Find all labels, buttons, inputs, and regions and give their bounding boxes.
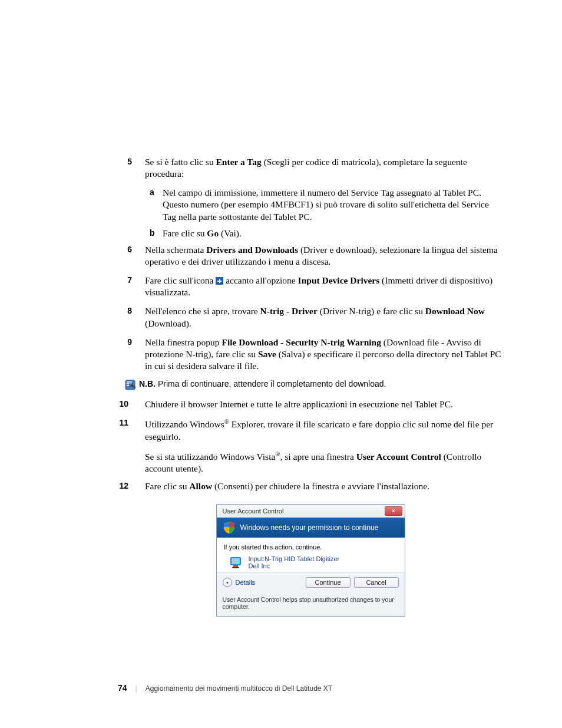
substep-letter: b [150, 228, 155, 238]
plus-icon [216, 277, 223, 285]
step-text: Chiudere il browser Internet e tutte le … [145, 399, 453, 409]
program-publisher: Dell Inc [249, 562, 340, 569]
step-text: Nella finestra popup File Download - Sec… [145, 337, 501, 371]
uac-banner-text: Windows needs your permission to continu… [240, 523, 379, 532]
substep-letter: a [150, 187, 154, 197]
page-footer-title: Aggiornamento dei movimenti multitocco d… [146, 684, 332, 693]
svg-rect-4 [233, 565, 238, 567]
details-toggle[interactable]: ▾ Details [223, 578, 256, 587]
step-text: Se si è fatto clic su Enter a Tag (Scegl… [145, 157, 467, 179]
substep-text: Fare clic su Go (Vai). [163, 228, 242, 238]
close-icon[interactable] [385, 506, 402, 516]
uac-help-text: User Account Control helps stop unauthor… [217, 592, 405, 616]
uac-dialog: User Account Control Windows needs your … [216, 504, 405, 617]
continue-button[interactable]: Continue [306, 577, 351, 588]
step-number: 11 [115, 417, 128, 428]
step-number: 7 [119, 275, 132, 285]
step-text: Nella schermata Drivers and Downloads (D… [145, 245, 498, 266]
step-number: 10 [115, 398, 128, 409]
step-text: Fare clic sull'icona accanto all'opzione… [145, 275, 492, 297]
step-number: 8 [119, 305, 132, 316]
note-text: N.B. Prima di continuare, attendere il c… [139, 379, 386, 388]
step-text: Fare clic su Allow (Consenti) per chiude… [145, 481, 429, 491]
step-number: 12 [115, 480, 128, 491]
uac-prompt: If you started this action, continue. [224, 543, 398, 551]
program-icon [229, 555, 243, 569]
step-subtext: Se si sta utilizzando Windows Vista®, si… [118, 450, 503, 475]
svg-rect-3 [232, 558, 240, 564]
step-number: 6 [119, 244, 132, 255]
chevron-down-icon: ▾ [223, 578, 232, 587]
note-icon [125, 380, 135, 393]
shield-icon [223, 521, 236, 534]
page-number: 74 [118, 683, 127, 693]
substep-text: Nel campo di immissione, immettere il nu… [163, 187, 489, 221]
svg-rect-5 [232, 567, 239, 568]
uac-title: User Account Control [223, 508, 284, 515]
cancel-button[interactable]: Cancel [354, 577, 399, 588]
step-text: Utilizzando Windows® Explorer, trovare i… [145, 419, 493, 441]
page-footer: 74 | Aggiornamento dei movimenti multito… [118, 683, 332, 693]
program-name: Input:N-Trig HID Tablet Digitizer [249, 555, 340, 562]
step-number: 5 [119, 156, 132, 167]
step-number: 9 [119, 337, 132, 347]
step-text: Nell'elenco che si apre, trovare N-trig … [145, 306, 485, 328]
